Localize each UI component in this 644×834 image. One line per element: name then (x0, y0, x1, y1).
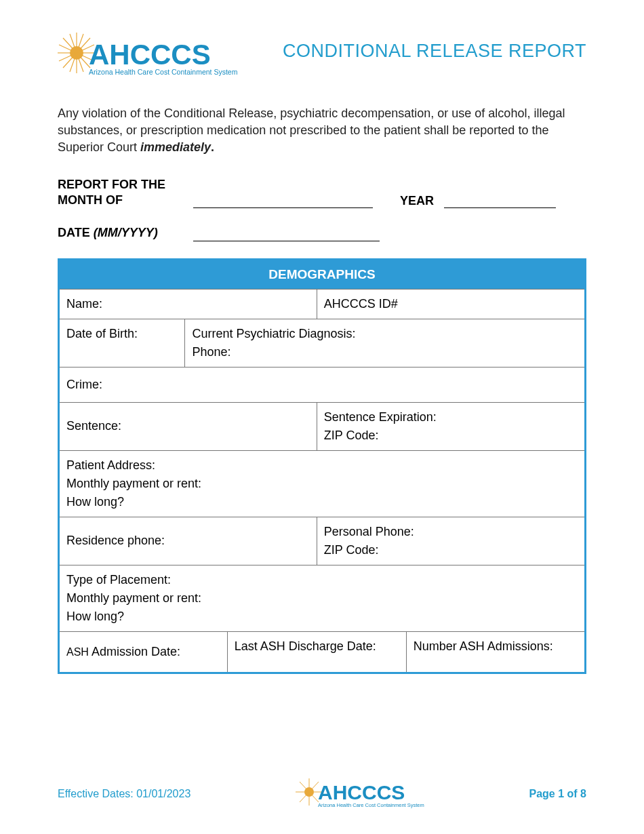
ahcccs-id-cell[interactable]: AHCCCS ID# (317, 289, 585, 319)
date-label: DATE (MM/YYYY) (58, 225, 193, 241)
how-long2-label: How long? (66, 608, 578, 626)
month-input-line[interactable] (193, 193, 373, 208)
diagnosis-phone-cell[interactable]: Current Psychiatric Diagnosis: Phone: (185, 319, 586, 367)
sentence-expiration-label: Sentence Expiration: (324, 408, 578, 426)
footer-logo: AHCCCS Arizona Health Care Cost Containm… (296, 774, 424, 814)
date-input-line[interactable] (193, 226, 380, 241)
svg-line-2 (77, 38, 90, 53)
monthly-payment2-label: Monthly payment or rent: (66, 589, 578, 608)
ash-admission-cell[interactable]: ASH Admission Date: (59, 631, 228, 673)
report-month-row: REPORT FOR THE MONTH OF YEAR (58, 177, 586, 209)
personal-phone-label: Personal Phone: (324, 523, 578, 541)
name-cell[interactable]: Name: (59, 289, 317, 319)
report-month-label: REPORT FOR THE MONTH OF (58, 177, 193, 209)
date-row: DATE (MM/YYYY) (58, 225, 586, 241)
last-ash-discharge-cell[interactable]: Last ASH Discharge Date: (227, 631, 406, 673)
intro-text-emph: immediately (140, 140, 211, 154)
svg-line-25 (300, 782, 309, 792)
logo-block: AHCCCS Arizona Health Care Cost Containm… (58, 27, 237, 81)
number-ash-cell[interactable]: Number ASH Admissions: (406, 631, 585, 673)
zip2-label: ZIP Code: (324, 541, 578, 559)
svg-line-4 (77, 53, 90, 68)
year-label: YEAR (400, 194, 434, 208)
header-row: AHCCCS Arizona Health Care Cost Containm… (58, 27, 586, 81)
intro-paragraph: Any violation of the Conditional Release… (58, 105, 586, 157)
demographics-table: DEMOGRAPHICS Name: AHCCCS ID# Date of Bi… (58, 258, 586, 674)
monthly-payment1-label: Monthly payment or rent: (66, 475, 578, 493)
svg-text:AHCCCS: AHCCCS (318, 781, 405, 803)
logo-text: AHCCCS (89, 39, 211, 71)
sentence-cell[interactable]: Sentence: (59, 402, 317, 450)
svg-line-21 (309, 792, 319, 802)
personal-phone-zip-cell[interactable]: Personal Phone: ZIP Code: (317, 517, 585, 565)
sentence-exp-zip-cell[interactable]: Sentence Expiration: ZIP Code: (317, 402, 585, 450)
svg-line-6 (63, 53, 77, 68)
svg-line-8 (63, 38, 77, 53)
demographics-header: DEMOGRAPHICS (59, 259, 586, 289)
zip1-label: ZIP Code: (324, 426, 578, 445)
intro-text-period: . (211, 140, 214, 154)
patient-address-cell[interactable]: Patient Address: Monthly payment or rent… (59, 450, 586, 517)
ahcccs-logo: AHCCCS Arizona Health Care Cost Containm… (58, 27, 237, 81)
footer: Effective Dates: 01/01/2023 AHCCCS Arizo… (0, 774, 644, 814)
phone-label: Phone: (192, 343, 578, 361)
footer-page-number: Page 1 of 8 (529, 788, 586, 800)
logo-subtext: Arizona Health Care Cost Containment Sys… (89, 68, 237, 76)
dob-cell[interactable]: Date of Birth: (59, 319, 185, 367)
page-title: CONDITIONAL RELEASE REPORT (283, 41, 586, 62)
footer-effective-date: Effective Dates: 01/01/2023 (58, 788, 190, 800)
svg-line-23 (300, 792, 309, 802)
type-placement-label: Type of Placement: (66, 571, 578, 589)
svg-text:Arizona Health Care Cost Conta: Arizona Health Care Cost Containment Sys… (318, 802, 424, 808)
patient-address-label: Patient Address: (66, 456, 578, 475)
diagnosis-label: Current Psychiatric Diagnosis: (192, 325, 578, 343)
svg-line-19 (309, 782, 319, 792)
year-input-line[interactable] (444, 193, 556, 208)
how-long1-label: How long? (66, 493, 578, 511)
placement-cell[interactable]: Type of Placement: Monthly payment or re… (59, 565, 586, 631)
intro-text-main: Any violation of the Conditional Release… (58, 106, 565, 154)
crime-cell[interactable]: Crime: (59, 367, 586, 402)
residence-phone-cell[interactable]: Residence phone: (59, 517, 317, 565)
